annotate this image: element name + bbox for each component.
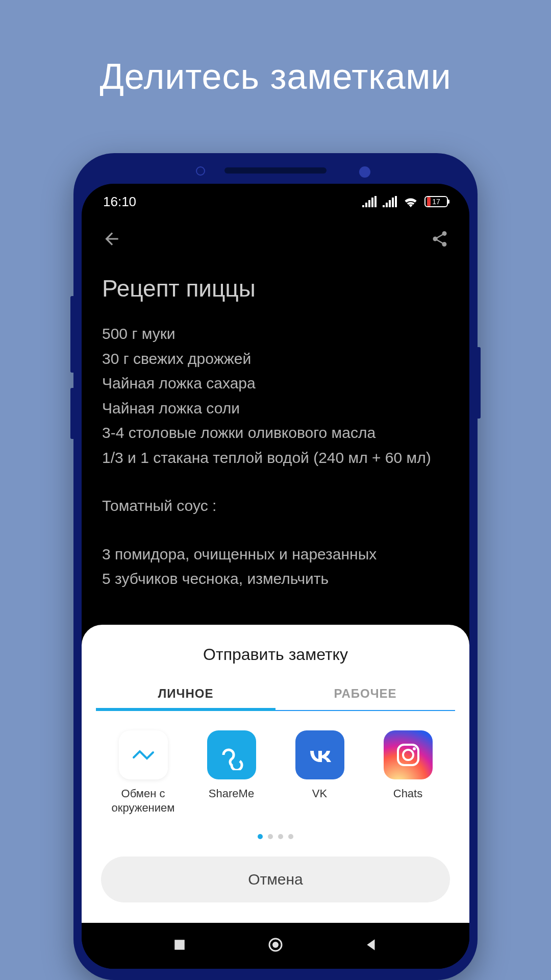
note-line: Чайная ложка соли (102, 397, 449, 421)
power-button (478, 347, 481, 419)
page-dot (268, 834, 273, 839)
page-dot (258, 834, 263, 839)
phone-speaker (224, 167, 327, 174)
signal-icon (383, 196, 397, 207)
share-button[interactable] (431, 230, 449, 250)
svg-rect-3 (175, 940, 185, 950)
circle-icon (267, 937, 284, 953)
arrow-left-icon (102, 229, 121, 249)
note-line: 3-4 столовые ложки оливкового масла (102, 421, 449, 445)
note-title: Рецепт пиццы (102, 271, 449, 307)
instagram-icon (384, 730, 433, 779)
back-button[interactable] (102, 229, 121, 251)
share-icon (431, 230, 449, 248)
share-app-nearby[interactable]: Обмен с окружением (103, 730, 184, 816)
signal-icon (362, 196, 377, 207)
phone-sensor (359, 166, 370, 178)
nav-recents-button[interactable] (173, 938, 186, 953)
nav-home-button[interactable] (267, 937, 284, 955)
volume-down-button (70, 388, 73, 439)
phone-camera (196, 166, 205, 176)
battery-percent: 17 (432, 198, 440, 206)
note-line: 1/3 и 1 стакана теплой водой (240 мл + 6… (102, 446, 449, 470)
share-app-label: ShareMe (209, 787, 254, 801)
phone-screen: 16:10 17 Рецепт пиццы 500 г муки 3 (82, 184, 469, 969)
svg-point-1 (403, 750, 413, 760)
page-dot (288, 834, 293, 839)
square-icon (173, 938, 186, 951)
android-nav-bar (82, 923, 469, 969)
note-line: 500 г муки (102, 322, 449, 346)
shareme-icon (207, 730, 256, 779)
share-app-label: VK (312, 787, 327, 801)
triangle-left-icon (365, 938, 378, 951)
page-indicator[interactable] (96, 834, 455, 839)
note-line: 5 зубчиков чеснока, измельчить (102, 567, 449, 591)
share-apps-row[interactable]: Обмен с окружением ShareMe VK (96, 711, 455, 825)
share-app-label: Chats (393, 787, 422, 801)
share-app-shareme[interactable]: ShareMe (191, 730, 272, 816)
app-bar (82, 219, 469, 260)
tab-work[interactable]: РАБОЧЕЕ (276, 687, 455, 710)
note-line: 30 г свежих дрожжей (102, 347, 449, 371)
note-line: Чайная ложка сахара (102, 372, 449, 396)
wifi-icon (403, 196, 418, 207)
nav-back-button[interactable] (365, 938, 378, 953)
battery-icon: 17 (424, 196, 448, 207)
share-app-vk[interactable]: VK (279, 730, 361, 816)
share-app-chats[interactable]: Chats (367, 730, 449, 816)
share-sheet-tabs: ЛИЧНОЕ РАБОЧЕЕ (96, 687, 455, 711)
phone-frame: 16:10 17 Рецепт пиццы 500 г муки 3 (73, 153, 478, 980)
status-indicators: 17 (362, 196, 448, 207)
cancel-button[interactable]: Отмена (101, 856, 450, 902)
share-sheet: Отправить заметку ЛИЧНОЕ РАБОЧЕЕ Обмен с… (82, 625, 469, 923)
nearby-share-icon (119, 730, 168, 779)
svg-point-5 (272, 942, 279, 948)
status-bar: 16:10 17 (82, 184, 469, 219)
volume-up-button (70, 296, 73, 373)
note-section: Томатный соус : (102, 494, 449, 518)
promo-title: Делитесь заметками (0, 56, 551, 97)
share-sheet-title: Отправить заметку (96, 645, 455, 664)
share-app-label: Обмен с окружением (103, 787, 184, 816)
status-time: 16:10 (103, 194, 136, 210)
note-line: 3 помидора, очищенных и нарезанных (102, 543, 449, 567)
vk-icon (295, 730, 344, 779)
svg-point-2 (413, 747, 416, 750)
tab-personal[interactable]: ЛИЧНОЕ (96, 687, 276, 710)
page-dot (278, 834, 283, 839)
